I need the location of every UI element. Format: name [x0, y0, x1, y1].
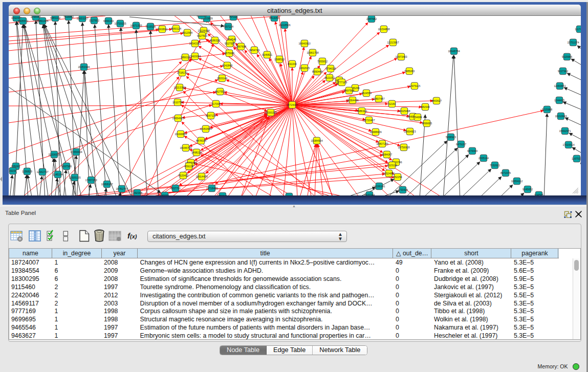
svg-text:9777169: 9777169 [337, 81, 347, 84]
svg-text:10719155: 10719155 [114, 22, 126, 25]
svg-text:10973493: 10973493 [395, 55, 407, 58]
svg-text:18807249: 18807249 [376, 142, 388, 145]
svg-text:2935114: 2935114 [478, 157, 489, 160]
svg-text:12093872: 12093872 [554, 84, 565, 87]
svg-text:9146821: 9146821 [262, 53, 272, 56]
svg-text:16671355: 16671355 [130, 24, 142, 27]
svg-text:1156829: 1156829 [22, 170, 32, 173]
svg-text:9327503: 9327503 [197, 34, 207, 37]
svg-text:981544: 981544 [421, 105, 429, 108]
svg-text:12213369: 12213369 [173, 86, 185, 89]
svg-text:1033805: 1033805 [197, 16, 207, 17]
svg-text:7986322: 7986322 [357, 110, 367, 113]
svg-text:19654923: 19654923 [404, 130, 416, 133]
svg-text:12213967: 12213967 [387, 41, 399, 44]
svg-text:9242848: 9242848 [222, 64, 232, 67]
svg-text:17359934: 17359934 [70, 150, 82, 154]
svg-text:8215988: 8215988 [542, 108, 552, 111]
svg-text:7516852: 7516852 [63, 16, 74, 18]
svg-text:16543362: 16543362 [189, 42, 201, 45]
svg-text:19218506: 19218506 [278, 24, 290, 27]
svg-text:9245652: 9245652 [522, 188, 533, 191]
svg-text:1733426: 1733426 [398, 188, 408, 191]
svg-text:8660124: 8660124 [171, 27, 181, 30]
svg-text:23420046: 23420046 [189, 55, 201, 58]
svg-text:12353594: 12353594 [200, 127, 211, 130]
svg-text:18300295: 18300295 [265, 111, 276, 114]
svg-text:3824554: 3824554 [361, 92, 372, 95]
svg-text:16640910: 16640910 [298, 42, 310, 45]
svg-text:5958923: 5958923 [446, 136, 456, 139]
svg-text:7632621: 7632621 [490, 164, 500, 167]
svg-text:1244415: 1244415 [554, 99, 564, 102]
svg-text:8454749: 8454749 [249, 49, 259, 52]
svg-text:252254: 252254 [393, 176, 402, 179]
svg-text:8813054: 8813054 [269, 16, 279, 19]
svg-text:1092348: 1092348 [132, 191, 142, 194]
svg-text:9463627: 9463627 [431, 99, 442, 102]
svg-text:9084067: 9084067 [382, 153, 392, 156]
svg-text:9657791: 9657791 [170, 187, 181, 190]
svg-text:8990448: 8990448 [312, 70, 322, 73]
svg-text:831546: 831546 [218, 194, 227, 195]
svg-text:1588520: 1588520 [274, 58, 285, 61]
svg-text:10653267: 10653267 [76, 17, 88, 20]
svg-text:1610755: 1610755 [172, 101, 183, 104]
svg-text:13524851: 13524851 [383, 172, 395, 175]
svg-text:10654112: 10654112 [511, 180, 523, 183]
svg-text:6794028: 6794028 [325, 67, 336, 70]
svg-text:989012: 989012 [181, 56, 189, 59]
svg-text:16782759: 16782759 [116, 187, 127, 190]
svg-text:16914479: 16914479 [195, 175, 207, 178]
svg-text:1621072: 1621072 [324, 76, 335, 79]
svg-text:7515526: 7515526 [145, 25, 156, 28]
svg-text:10958107: 10958107 [101, 183, 113, 186]
svg-text:1167533: 1167533 [572, 157, 580, 160]
svg-text:9474444: 9474444 [467, 149, 477, 152]
svg-text:1405572: 1405572 [18, 19, 28, 23]
svg-text:20206535: 20206535 [48, 153, 60, 156]
svg-text:8267130: 8267130 [206, 114, 216, 117]
svg-text:9327506: 9327506 [225, 42, 235, 45]
svg-text:10807487: 10807487 [373, 97, 384, 100]
svg-text:9899695: 9899695 [422, 122, 432, 125]
svg-text:317006: 317006 [211, 102, 220, 105]
svg-text:12942737: 12942737 [36, 170, 48, 173]
svg-text:23226058: 23226058 [198, 29, 209, 32]
svg-text:20891406: 20891406 [36, 19, 48, 23]
svg-text:62160: 62160 [388, 102, 396, 105]
svg-text:17016514: 17016514 [562, 143, 574, 146]
svg-text:10025458: 10025458 [398, 110, 410, 113]
svg-text:7625402: 7625402 [178, 174, 188, 177]
svg-text:9329966: 9329966 [562, 55, 572, 58]
svg-text:8427552: 8427552 [215, 90, 225, 93]
svg-text:9483102: 9483102 [50, 16, 60, 19]
svg-text:9097586: 9097586 [61, 165, 72, 168]
svg-text:16648784: 16648784 [448, 50, 460, 53]
svg-text:16046766: 16046766 [180, 146, 191, 149]
svg-text:19166829: 19166829 [175, 133, 186, 136]
svg-text:7955812: 7955812 [317, 60, 328, 63]
svg-text:6479197: 6479197 [456, 143, 466, 146]
svg-text:2087682: 2087682 [366, 17, 377, 20]
svg-text:6466160: 6466160 [103, 19, 114, 23]
svg-text:832203: 832203 [288, 62, 296, 65]
svg-text:19756928: 19756928 [398, 146, 409, 149]
svg-text:2867608: 2867608 [236, 45, 246, 48]
svg-text:12975115: 12975115 [409, 84, 421, 87]
svg-text:20364436: 20364436 [346, 99, 358, 102]
svg-text:3875685: 3875685 [224, 52, 234, 55]
svg-text:15720407: 15720407 [363, 119, 375, 122]
svg-text:8471676: 8471676 [500, 171, 511, 174]
svg-text:1145194: 1145194 [53, 173, 63, 176]
svg-text:10961758: 10961758 [307, 51, 318, 54]
svg-text:15718485: 15718485 [206, 187, 217, 190]
svg-text:20053346: 20053346 [78, 65, 90, 69]
svg-text:1498222: 1498222 [191, 151, 202, 154]
svg-text:6497568: 6497568 [344, 89, 354, 92]
svg-text:8912954: 8912954 [182, 31, 192, 34]
svg-text:15692971: 15692971 [559, 129, 571, 133]
svg-text:15751074: 15751074 [567, 41, 579, 44]
svg-text:754684: 754684 [413, 116, 422, 119]
svg-text:18724007: 18724007 [286, 103, 298, 106]
